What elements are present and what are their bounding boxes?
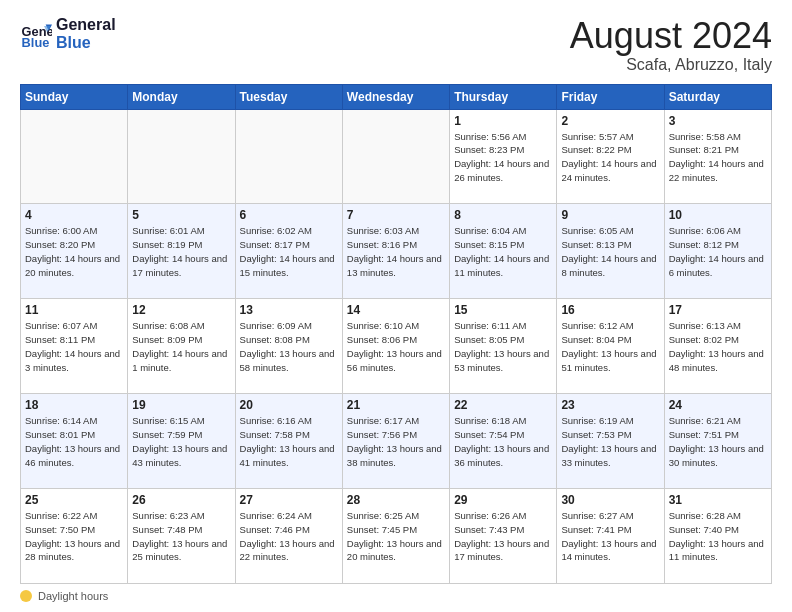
weekday-header: Monday <box>128 84 235 109</box>
day-number: 19 <box>132 398 230 412</box>
logo: General Blue General Blue <box>20 16 116 51</box>
calendar-cell: 31Sunrise: 6:28 AM Sunset: 7:40 PM Dayli… <box>664 489 771 584</box>
logo-general: General <box>56 16 116 34</box>
calendar-cell: 8Sunrise: 6:04 AM Sunset: 8:15 PM Daylig… <box>450 204 557 299</box>
calendar-cell: 30Sunrise: 6:27 AM Sunset: 7:41 PM Dayli… <box>557 489 664 584</box>
calendar-cell: 25Sunrise: 6:22 AM Sunset: 7:50 PM Dayli… <box>21 489 128 584</box>
calendar-cell <box>235 109 342 204</box>
header: General Blue General Blue August 2024 Sc… <box>20 16 772 74</box>
calendar-cell: 23Sunrise: 6:19 AM Sunset: 7:53 PM Dayli… <box>557 394 664 489</box>
day-number: 20 <box>240 398 338 412</box>
day-info: Sunrise: 6:15 AM Sunset: 7:59 PM Dayligh… <box>132 414 230 469</box>
day-number: 30 <box>561 493 659 507</box>
day-number: 7 <box>347 208 445 222</box>
calendar-cell: 21Sunrise: 6:17 AM Sunset: 7:56 PM Dayli… <box>342 394 449 489</box>
calendar-cell: 7Sunrise: 6:03 AM Sunset: 8:16 PM Daylig… <box>342 204 449 299</box>
calendar-cell: 13Sunrise: 6:09 AM Sunset: 8:08 PM Dayli… <box>235 299 342 394</box>
title-section: August 2024 Scafa, Abruzzo, Italy <box>570 16 772 74</box>
day-info: Sunrise: 6:26 AM Sunset: 7:43 PM Dayligh… <box>454 509 552 564</box>
day-number: 25 <box>25 493 123 507</box>
day-info: Sunrise: 6:01 AM Sunset: 8:19 PM Dayligh… <box>132 224 230 279</box>
calendar-table: SundayMondayTuesdayWednesdayThursdayFrid… <box>20 84 772 584</box>
calendar-cell: 19Sunrise: 6:15 AM Sunset: 7:59 PM Dayli… <box>128 394 235 489</box>
day-number: 5 <box>132 208 230 222</box>
daylight-icon <box>20 590 32 602</box>
day-number: 17 <box>669 303 767 317</box>
calendar-cell: 2Sunrise: 5:57 AM Sunset: 8:22 PM Daylig… <box>557 109 664 204</box>
day-number: 23 <box>561 398 659 412</box>
month-year-title: August 2024 <box>570 16 772 56</box>
svg-text:Blue: Blue <box>22 34 50 49</box>
day-number: 26 <box>132 493 230 507</box>
logo-blue: Blue <box>56 34 116 52</box>
day-info: Sunrise: 6:07 AM Sunset: 8:11 PM Dayligh… <box>25 319 123 374</box>
weekday-header: Wednesday <box>342 84 449 109</box>
day-number: 16 <box>561 303 659 317</box>
day-number: 22 <box>454 398 552 412</box>
day-info: Sunrise: 6:06 AM Sunset: 8:12 PM Dayligh… <box>669 224 767 279</box>
day-info: Sunrise: 5:57 AM Sunset: 8:22 PM Dayligh… <box>561 130 659 185</box>
day-number: 28 <box>347 493 445 507</box>
calendar-cell: 10Sunrise: 6:06 AM Sunset: 8:12 PM Dayli… <box>664 204 771 299</box>
day-info: Sunrise: 6:16 AM Sunset: 7:58 PM Dayligh… <box>240 414 338 469</box>
calendar-cell: 22Sunrise: 6:18 AM Sunset: 7:54 PM Dayli… <box>450 394 557 489</box>
calendar-cell: 9Sunrise: 6:05 AM Sunset: 8:13 PM Daylig… <box>557 204 664 299</box>
day-info: Sunrise: 6:10 AM Sunset: 8:06 PM Dayligh… <box>347 319 445 374</box>
day-number: 6 <box>240 208 338 222</box>
day-info: Sunrise: 6:23 AM Sunset: 7:48 PM Dayligh… <box>132 509 230 564</box>
day-number: 2 <box>561 114 659 128</box>
day-info: Sunrise: 6:14 AM Sunset: 8:01 PM Dayligh… <box>25 414 123 469</box>
day-info: Sunrise: 6:19 AM Sunset: 7:53 PM Dayligh… <box>561 414 659 469</box>
day-info: Sunrise: 6:13 AM Sunset: 8:02 PM Dayligh… <box>669 319 767 374</box>
day-number: 29 <box>454 493 552 507</box>
day-info: Sunrise: 6:04 AM Sunset: 8:15 PM Dayligh… <box>454 224 552 279</box>
day-info: Sunrise: 6:05 AM Sunset: 8:13 PM Dayligh… <box>561 224 659 279</box>
calendar-cell <box>21 109 128 204</box>
day-info: Sunrise: 6:25 AM Sunset: 7:45 PM Dayligh… <box>347 509 445 564</box>
day-number: 4 <box>25 208 123 222</box>
weekday-header: Friday <box>557 84 664 109</box>
day-info: Sunrise: 6:03 AM Sunset: 8:16 PM Dayligh… <box>347 224 445 279</box>
day-info: Sunrise: 6:02 AM Sunset: 8:17 PM Dayligh… <box>240 224 338 279</box>
weekday-header: Saturday <box>664 84 771 109</box>
calendar-cell: 15Sunrise: 6:11 AM Sunset: 8:05 PM Dayli… <box>450 299 557 394</box>
logo-icon: General Blue <box>20 18 52 50</box>
day-info: Sunrise: 6:24 AM Sunset: 7:46 PM Dayligh… <box>240 509 338 564</box>
daylight-label: Daylight hours <box>38 590 108 602</box>
calendar-cell: 17Sunrise: 6:13 AM Sunset: 8:02 PM Dayli… <box>664 299 771 394</box>
calendar-cell: 27Sunrise: 6:24 AM Sunset: 7:46 PM Dayli… <box>235 489 342 584</box>
calendar-cell: 24Sunrise: 6:21 AM Sunset: 7:51 PM Dayli… <box>664 394 771 489</box>
weekday-header: Sunday <box>21 84 128 109</box>
day-info: Sunrise: 6:11 AM Sunset: 8:05 PM Dayligh… <box>454 319 552 374</box>
calendar-cell: 12Sunrise: 6:08 AM Sunset: 8:09 PM Dayli… <box>128 299 235 394</box>
day-number: 31 <box>669 493 767 507</box>
calendar-cell: 11Sunrise: 6:07 AM Sunset: 8:11 PM Dayli… <box>21 299 128 394</box>
day-info: Sunrise: 5:56 AM Sunset: 8:23 PM Dayligh… <box>454 130 552 185</box>
calendar-cell <box>342 109 449 204</box>
day-info: Sunrise: 6:27 AM Sunset: 7:41 PM Dayligh… <box>561 509 659 564</box>
day-number: 18 <box>25 398 123 412</box>
day-number: 24 <box>669 398 767 412</box>
calendar-cell: 26Sunrise: 6:23 AM Sunset: 7:48 PM Dayli… <box>128 489 235 584</box>
day-number: 13 <box>240 303 338 317</box>
day-info: Sunrise: 6:09 AM Sunset: 8:08 PM Dayligh… <box>240 319 338 374</box>
calendar-cell: 5Sunrise: 6:01 AM Sunset: 8:19 PM Daylig… <box>128 204 235 299</box>
footer: Daylight hours <box>20 590 772 602</box>
day-info: Sunrise: 6:12 AM Sunset: 8:04 PM Dayligh… <box>561 319 659 374</box>
day-number: 3 <box>669 114 767 128</box>
day-number: 15 <box>454 303 552 317</box>
weekday-header: Tuesday <box>235 84 342 109</box>
day-number: 14 <box>347 303 445 317</box>
day-number: 8 <box>454 208 552 222</box>
calendar-cell: 3Sunrise: 5:58 AM Sunset: 8:21 PM Daylig… <box>664 109 771 204</box>
page: General Blue General Blue August 2024 Sc… <box>0 0 792 612</box>
day-number: 21 <box>347 398 445 412</box>
calendar-cell: 6Sunrise: 6:02 AM Sunset: 8:17 PM Daylig… <box>235 204 342 299</box>
calendar-cell: 29Sunrise: 6:26 AM Sunset: 7:43 PM Dayli… <box>450 489 557 584</box>
calendar-cell: 4Sunrise: 6:00 AM Sunset: 8:20 PM Daylig… <box>21 204 128 299</box>
day-info: Sunrise: 6:17 AM Sunset: 7:56 PM Dayligh… <box>347 414 445 469</box>
day-info: Sunrise: 6:28 AM Sunset: 7:40 PM Dayligh… <box>669 509 767 564</box>
calendar-cell: 28Sunrise: 6:25 AM Sunset: 7:45 PM Dayli… <box>342 489 449 584</box>
day-number: 11 <box>25 303 123 317</box>
day-info: Sunrise: 6:00 AM Sunset: 8:20 PM Dayligh… <box>25 224 123 279</box>
